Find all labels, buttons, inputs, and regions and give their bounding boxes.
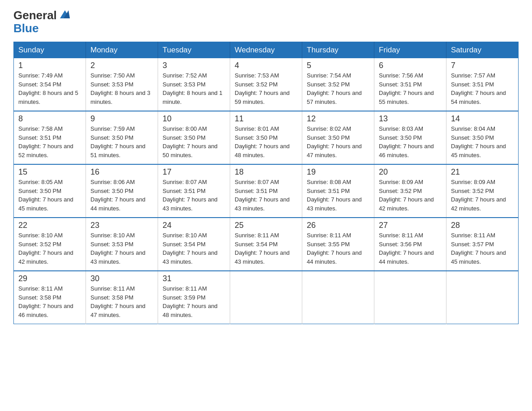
day-cell: 24 Sunrise: 8:10 AM Sunset: 3:54 PM Dayl…: [158, 218, 230, 271]
day-number: 8: [18, 114, 81, 124]
logo: General Blue: [13, 9, 70, 34]
day-number: 15: [18, 167, 81, 177]
weekday-header-saturday: Saturday: [446, 42, 519, 59]
day-info: Sunrise: 8:11 AM Sunset: 3:58 PM Dayligh…: [18, 284, 81, 319]
day-cell: 31 Sunrise: 8:11 AM Sunset: 3:59 PM Dayl…: [158, 271, 230, 324]
weekday-header-tuesday: Tuesday: [158, 42, 230, 59]
day-info: Sunrise: 8:10 AM Sunset: 3:52 PM Dayligh…: [18, 231, 81, 266]
day-number: 10: [163, 114, 225, 124]
day-cell: [302, 271, 374, 324]
week-row-1: 1 Sunrise: 7:49 AM Sunset: 3:54 PM Dayli…: [14, 58, 519, 111]
logo-blue-text: Blue: [13, 21, 39, 35]
day-cell: 13 Sunrise: 8:03 AM Sunset: 3:50 PM Dayl…: [374, 111, 446, 164]
day-info: Sunrise: 8:05 AM Sunset: 3:50 PM Dayligh…: [18, 178, 81, 213]
day-info: Sunrise: 7:50 AM Sunset: 3:53 PM Dayligh…: [90, 71, 153, 106]
day-number: 6: [379, 61, 442, 70]
day-number: 25: [235, 221, 297, 230]
logo-general-text: General: [13, 9, 70, 22]
week-row-4: 22 Sunrise: 8:10 AM Sunset: 3:52 PM Dayl…: [14, 218, 519, 271]
day-info: Sunrise: 8:11 AM Sunset: 3:55 PM Dayligh…: [307, 231, 369, 266]
day-info: Sunrise: 7:53 AM Sunset: 3:52 PM Dayligh…: [235, 71, 297, 106]
day-cell: [230, 271, 302, 324]
day-info: Sunrise: 8:08 AM Sunset: 3:51 PM Dayligh…: [307, 178, 369, 213]
day-cell: 26 Sunrise: 8:11 AM Sunset: 3:55 PM Dayl…: [302, 218, 374, 271]
day-number: 18: [235, 167, 297, 177]
day-info: Sunrise: 8:07 AM Sunset: 3:51 PM Dayligh…: [163, 178, 225, 213]
day-info: Sunrise: 8:11 AM Sunset: 3:59 PM Dayligh…: [163, 284, 225, 319]
day-number: 23: [90, 221, 153, 230]
day-cell: [374, 271, 446, 324]
day-info: Sunrise: 8:04 AM Sunset: 3:50 PM Dayligh…: [451, 124, 514, 159]
day-info: Sunrise: 8:09 AM Sunset: 3:52 PM Dayligh…: [451, 178, 514, 213]
day-number: 29: [18, 274, 81, 283]
day-number: 28: [451, 221, 514, 230]
day-info: Sunrise: 7:56 AM Sunset: 3:51 PM Dayligh…: [379, 71, 442, 106]
day-number: 22: [18, 221, 81, 230]
day-info: Sunrise: 7:52 AM Sunset: 3:53 PM Dayligh…: [163, 71, 225, 106]
day-cell: 18 Sunrise: 8:07 AM Sunset: 3:51 PM Dayl…: [230, 164, 302, 218]
day-cell: 12 Sunrise: 8:02 AM Sunset: 3:50 PM Dayl…: [302, 111, 374, 164]
day-cell: 14 Sunrise: 8:04 AM Sunset: 3:50 PM Dayl…: [446, 111, 519, 164]
day-number: 20: [379, 167, 442, 177]
day-cell: 1 Sunrise: 7:49 AM Sunset: 3:54 PM Dayli…: [14, 58, 86, 111]
day-number: 11: [235, 114, 297, 124]
day-cell: 9 Sunrise: 7:59 AM Sunset: 3:50 PM Dayli…: [86, 111, 158, 164]
day-cell: 30 Sunrise: 8:11 AM Sunset: 3:58 PM Dayl…: [86, 271, 158, 324]
weekday-header-sunday: Sunday: [14, 42, 86, 59]
weekday-header-monday: Monday: [86, 42, 158, 59]
weekday-header-friday: Friday: [374, 42, 446, 59]
day-cell: 6 Sunrise: 7:56 AM Sunset: 3:51 PM Dayli…: [374, 58, 446, 111]
week-row-3: 15 Sunrise: 8:05 AM Sunset: 3:50 PM Dayl…: [14, 164, 519, 218]
day-cell: [446, 271, 519, 324]
day-info: Sunrise: 7:59 AM Sunset: 3:50 PM Dayligh…: [90, 124, 153, 159]
day-cell: 4 Sunrise: 7:53 AM Sunset: 3:52 PM Dayli…: [230, 58, 302, 111]
week-row-2: 8 Sunrise: 7:58 AM Sunset: 3:51 PM Dayli…: [14, 111, 519, 164]
logo-blue-line: Blue: [13, 22, 39, 35]
weekday-header-wednesday: Wednesday: [230, 42, 302, 59]
day-number: 12: [307, 114, 369, 124]
day-info: Sunrise: 8:09 AM Sunset: 3:52 PM Dayligh…: [379, 178, 442, 213]
day-info: Sunrise: 8:11 AM Sunset: 3:57 PM Dayligh…: [451, 231, 514, 266]
day-number: 7: [451, 61, 514, 70]
day-cell: 10 Sunrise: 8:00 AM Sunset: 3:50 PM Dayl…: [158, 111, 230, 164]
day-number: 2: [90, 61, 153, 70]
week-row-5: 29 Sunrise: 8:11 AM Sunset: 3:58 PM Dayl…: [14, 271, 519, 324]
day-number: 1: [18, 61, 81, 70]
day-cell: 27 Sunrise: 8:11 AM Sunset: 3:56 PM Dayl…: [374, 218, 446, 271]
day-number: 27: [379, 221, 442, 230]
day-info: Sunrise: 8:11 AM Sunset: 3:56 PM Dayligh…: [379, 231, 442, 266]
day-cell: 8 Sunrise: 7:58 AM Sunset: 3:51 PM Dayli…: [14, 111, 86, 164]
day-cell: 5 Sunrise: 7:54 AM Sunset: 3:52 PM Dayli…: [302, 58, 374, 111]
day-cell: 2 Sunrise: 7:50 AM Sunset: 3:53 PM Dayli…: [86, 58, 158, 111]
day-number: 16: [90, 167, 153, 177]
day-cell: 21 Sunrise: 8:09 AM Sunset: 3:52 PM Dayl…: [446, 164, 519, 218]
day-info: Sunrise: 8:01 AM Sunset: 3:50 PM Dayligh…: [235, 124, 297, 159]
day-info: Sunrise: 8:00 AM Sunset: 3:50 PM Dayligh…: [163, 124, 225, 159]
day-number: 13: [379, 114, 442, 124]
page-header: General Blue: [13, 9, 519, 34]
day-cell: 16 Sunrise: 8:06 AM Sunset: 3:50 PM Dayl…: [86, 164, 158, 218]
day-info: Sunrise: 7:54 AM Sunset: 3:52 PM Dayligh…: [307, 71, 369, 106]
day-info: Sunrise: 7:57 AM Sunset: 3:51 PM Dayligh…: [451, 71, 514, 106]
day-number: 21: [451, 167, 514, 177]
day-number: 5: [307, 61, 369, 70]
day-number: 24: [163, 221, 225, 230]
day-cell: 3 Sunrise: 7:52 AM Sunset: 3:53 PM Dayli…: [158, 58, 230, 111]
logo-general-line: General: [13, 9, 70, 22]
day-cell: 17 Sunrise: 8:07 AM Sunset: 3:51 PM Dayl…: [158, 164, 230, 218]
day-info: Sunrise: 8:10 AM Sunset: 3:54 PM Dayligh…: [163, 231, 225, 266]
day-number: 3: [163, 61, 225, 70]
day-info: Sunrise: 7:49 AM Sunset: 3:54 PM Dayligh…: [18, 71, 81, 106]
day-cell: 7 Sunrise: 7:57 AM Sunset: 3:51 PM Dayli…: [446, 58, 519, 111]
logo-triangle-icon: [60, 10, 70, 18]
day-cell: 19 Sunrise: 8:08 AM Sunset: 3:51 PM Dayl…: [302, 164, 374, 218]
day-info: Sunrise: 8:07 AM Sunset: 3:51 PM Dayligh…: [235, 178, 297, 213]
day-number: 4: [235, 61, 297, 70]
day-info: Sunrise: 8:03 AM Sunset: 3:50 PM Dayligh…: [379, 124, 442, 159]
day-number: 19: [307, 167, 369, 177]
day-number: 17: [163, 167, 225, 177]
day-info: Sunrise: 8:02 AM Sunset: 3:50 PM Dayligh…: [307, 124, 369, 159]
day-number: 9: [90, 114, 153, 124]
day-cell: 11 Sunrise: 8:01 AM Sunset: 3:50 PM Dayl…: [230, 111, 302, 164]
day-info: Sunrise: 8:11 AM Sunset: 3:54 PM Dayligh…: [235, 231, 297, 266]
